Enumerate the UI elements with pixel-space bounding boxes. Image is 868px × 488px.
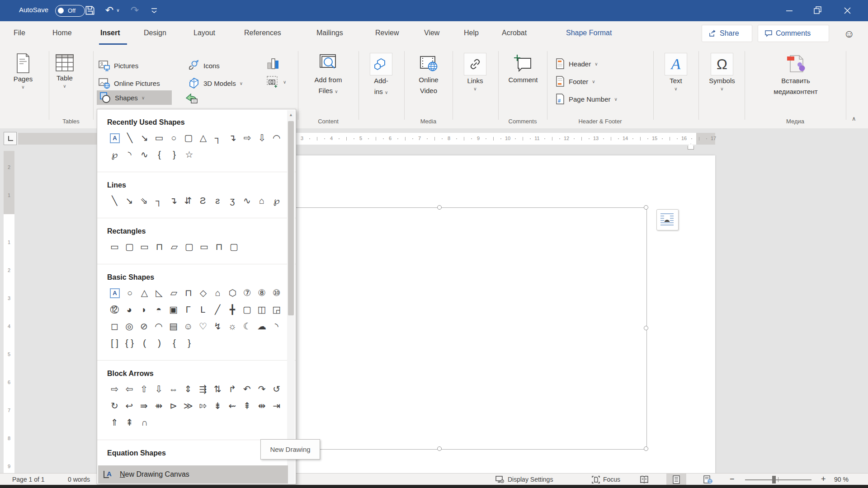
read-mode-icon[interactable] bbox=[639, 475, 649, 484]
comments-button[interactable]: Comments bbox=[758, 25, 829, 42]
striped-right-arrow-icon[interactable]: ⇛ bbox=[137, 398, 151, 415]
curved-down-arrow-icon[interactable]: ↩ bbox=[122, 398, 137, 415]
left-bracket-icon[interactable]: ( bbox=[137, 335, 152, 352]
tab-acrobat[interactable]: Acrobat bbox=[502, 29, 527, 37]
parallelogram-icon[interactable]: ▱ bbox=[166, 285, 181, 302]
chord-icon[interactable]: ◗ bbox=[137, 302, 151, 319]
comment-button[interactable]: Comment bbox=[503, 53, 543, 85]
scrollbar-up-icon[interactable]: ▲ bbox=[287, 110, 295, 119]
vertical-ruler[interactable]: 21123456789 bbox=[4, 151, 14, 488]
diamond-icon[interactable]: ◇ bbox=[196, 285, 210, 302]
right-arrow-callout-icon[interactable]: ⇰ bbox=[195, 398, 210, 415]
tab-insert[interactable]: Insert bbox=[100, 29, 120, 37]
down-arrow-icon[interactable]: ⇩ bbox=[151, 381, 166, 398]
quad-arrow-callout-icon[interactable]: ⇞ bbox=[122, 415, 137, 432]
scrollbar-thumb[interactable] bbox=[288, 121, 294, 315]
feedback-smiley-icon[interactable]: ☺ bbox=[844, 28, 855, 40]
chevron-arrow-icon[interactable]: ≫ bbox=[181, 398, 196, 415]
close-button[interactable] bbox=[837, 0, 858, 21]
resize-handle-bottom-right[interactable] bbox=[644, 446, 648, 451]
undo-icon[interactable]: ↶ bbox=[103, 4, 116, 17]
resize-handle-top-right[interactable] bbox=[644, 205, 648, 210]
tab-design[interactable]: Design bbox=[144, 29, 166, 37]
word-count[interactable]: 0 words bbox=[68, 476, 90, 483]
smartart-button[interactable] bbox=[183, 91, 201, 106]
octagon-icon[interactable]: ⑧ bbox=[255, 285, 269, 302]
online-pictures-button[interactable]: Online Pictures bbox=[96, 76, 163, 90]
right-arrow-icon[interactable]: ⇨ bbox=[107, 381, 122, 398]
tab-file[interactable]: File bbox=[14, 29, 25, 37]
curved-right-arrow-icon[interactable]: ↷ bbox=[255, 381, 269, 398]
line-arrow-icon[interactable]: ↘ bbox=[137, 130, 151, 147]
folded-corner-icon[interactable]: ▤ bbox=[166, 319, 181, 335]
oval-icon[interactable]: ○ bbox=[123, 285, 137, 302]
snip-single-corner-rectangle-icon[interactable]: ▭ bbox=[137, 239, 152, 256]
menu-scrollbar[interactable]: ▲ bbox=[287, 110, 295, 483]
line-icon[interactable]: ╲ bbox=[123, 130, 137, 147]
display-settings-icon[interactable] bbox=[495, 475, 505, 484]
tab-stop-selector[interactable] bbox=[4, 132, 17, 145]
curved-arrow-connector-icon[interactable]: ƨ bbox=[210, 193, 225, 210]
insert-media-button[interactable]: Вставить медиаконтент bbox=[764, 53, 827, 97]
chord-icon[interactable]: ◠ bbox=[269, 130, 284, 147]
arc-icon[interactable]: ◝ bbox=[122, 147, 137, 164]
left-arrow-icon[interactable]: ⇦ bbox=[122, 381, 137, 398]
round-single-corner-rectangle-icon[interactable]: ▭ bbox=[197, 239, 212, 256]
right-brace-icon[interactable]: } bbox=[167, 147, 182, 164]
curved-left-arrow-icon[interactable]: ↺ bbox=[269, 381, 284, 398]
dodecagon-icon[interactable]: ⑫ bbox=[107, 302, 122, 319]
table-button[interactable]: Table ∨ bbox=[48, 53, 81, 89]
footer-button[interactable]: Footer ∨ bbox=[552, 74, 598, 89]
add-from-files-button[interactable]: Add from Files ∨ bbox=[303, 53, 353, 97]
curved-connector-icon[interactable]: Ƨ bbox=[195, 193, 210, 210]
sun-icon[interactable]: ☼ bbox=[225, 319, 240, 335]
new-drawing-canvas-item[interactable]: A New Drawing Canvas bbox=[98, 465, 288, 483]
block-arrow-down-icon[interactable]: ⇩ bbox=[255, 130, 269, 147]
left-right-arrow-icon[interactable]: ⇔ bbox=[166, 381, 181, 398]
text-box-icon[interactable]: A bbox=[110, 134, 119, 143]
plaque-icon[interactable]: ▢ bbox=[240, 302, 255, 319]
cross-icon[interactable]: ╋ bbox=[225, 302, 240, 319]
diagonal-stripe-icon[interactable]: ╱ bbox=[210, 302, 225, 319]
quad-arrow-icon[interactable]: ⇶ bbox=[195, 381, 210, 398]
zoom-slider-thumb[interactable] bbox=[772, 476, 776, 483]
tab-review[interactable]: Review bbox=[375, 29, 399, 37]
text-button[interactable]: A Text ∨ bbox=[659, 53, 693, 91]
curved-up-arrow-icon[interactable]: ↻ bbox=[107, 398, 122, 415]
display-settings-label[interactable]: Display Settings bbox=[508, 476, 553, 483]
snip-same-side-corner-rectangle-icon[interactable]: ⊓ bbox=[152, 239, 167, 256]
teardrop-icon[interactable]: ◓ bbox=[151, 302, 166, 319]
scribble-icon[interactable]: ℘ bbox=[107, 147, 122, 164]
bevel-icon[interactable]: ◻ bbox=[107, 319, 122, 335]
customize-quick-access-icon[interactable] bbox=[149, 5, 162, 18]
chart-button[interactable] bbox=[263, 56, 282, 71]
shapes-button[interactable]: Shapes ∨ bbox=[97, 90, 172, 105]
smiley-face-icon[interactable]: ☺ bbox=[181, 319, 196, 335]
zoom-out-button[interactable]: − bbox=[730, 474, 735, 484]
frame-icon[interactable]: ▣ bbox=[166, 302, 181, 319]
notched-right-arrow-icon[interactable]: ⇻ bbox=[151, 398, 166, 415]
tab-shape-format[interactable]: Shape Format bbox=[566, 29, 612, 37]
left-brace-icon[interactable]: { bbox=[152, 147, 167, 164]
layout-options-button[interactable] bbox=[656, 209, 679, 230]
pentagon-arrow-icon[interactable]: ⊳ bbox=[166, 398, 181, 415]
zoom-in-button[interactable]: + bbox=[821, 474, 826, 484]
circular-arrow-icon[interactable]: ∩ bbox=[137, 415, 152, 432]
add-ins-button[interactable]: Add- ins ∨ bbox=[364, 53, 398, 98]
page-number-button[interactable]: # Page Number ∨ bbox=[552, 92, 620, 106]
quad-arrow-callout-icon[interactable]: ⇥ bbox=[269, 398, 284, 415]
trapezoid-icon[interactable]: ⊓ bbox=[181, 285, 196, 302]
curve-icon[interactable]: ∿ bbox=[137, 147, 152, 164]
up-arrow-callout-icon[interactable]: ⇑ bbox=[107, 415, 122, 432]
collapse-ribbon-icon[interactable]: ∧ bbox=[852, 115, 856, 122]
tab-home[interactable]: Home bbox=[52, 29, 72, 37]
tab-layout[interactable]: Layout bbox=[193, 29, 215, 37]
heart-icon[interactable]: ♡ bbox=[195, 319, 210, 335]
heptagon-icon[interactable]: ⑦ bbox=[240, 285, 255, 302]
autosave-toggle[interactable]: Off bbox=[55, 5, 85, 17]
header-button[interactable]: Header ∨ bbox=[552, 56, 601, 71]
scribble-icon[interactable]: ℘ bbox=[269, 193, 284, 210]
links-button[interactable]: Links ∨ bbox=[458, 53, 492, 91]
tab-view[interactable]: View bbox=[424, 29, 439, 37]
zoom-level[interactable]: 90 % bbox=[834, 476, 849, 483]
